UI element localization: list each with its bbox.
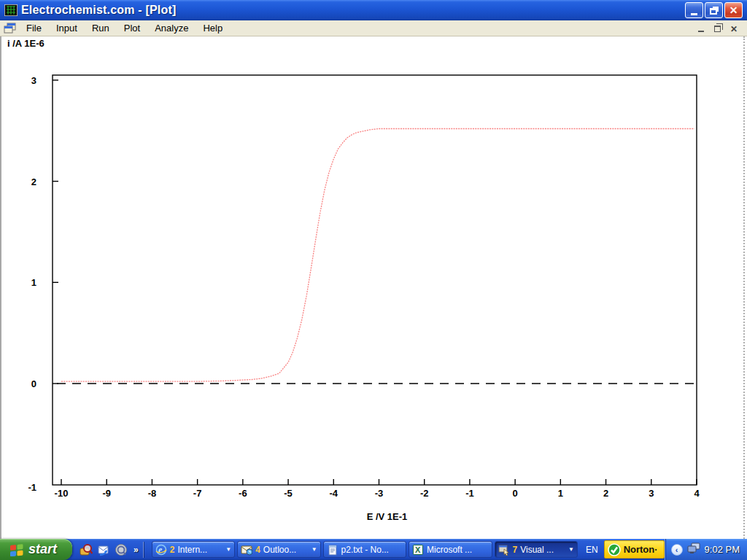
norton-badge[interactable]: Norton· <box>604 540 665 559</box>
minimize-button[interactable] <box>685 2 703 18</box>
window-title: Electrochemist.com - [Plot] <box>21 4 685 17</box>
x-tick-label: -3 <box>375 488 384 499</box>
menu-bar: FileInputRunPlotAnalyzeHelp ✕ <box>0 20 747 36</box>
y-tick-label: 2 <box>31 176 36 187</box>
svg-text:X: X <box>415 545 421 554</box>
x-axis-title: E /V 1E-1 <box>367 511 408 522</box>
media-player-icon[interactable] <box>115 543 128 556</box>
windows-flag-icon <box>9 543 24 556</box>
chevron-down-icon: ▼ <box>225 546 231 553</box>
excel-icon: X <box>412 544 424 556</box>
menu-item-run[interactable]: Run <box>86 21 115 35</box>
taskbar-separator <box>143 542 144 558</box>
y-axis-title: i /A 1E-6 <box>7 38 44 49</box>
client-right-edge <box>743 36 745 539</box>
taskbar: start <box>0 539 747 560</box>
taskbar-button-microsoft[interactable]: XMicrosoft ... <box>409 541 492 558</box>
start-label: start <box>28 542 63 557</box>
x-tick-label: -5 <box>284 488 293 499</box>
taskbar-button-p2-txt-no[interactable]: p2.txt - No... <box>323 541 406 558</box>
x-tick-label: 1 <box>558 488 563 499</box>
mdi-close-icon: ✕ <box>730 24 738 34</box>
x-tick-label: 0 <box>513 488 518 499</box>
x-tick-label: -4 <box>330 488 338 499</box>
chevron-down-icon: ▼ <box>568 546 574 553</box>
x-tick-label: 3 <box>649 488 654 499</box>
language-indicator[interactable]: EN <box>580 545 604 555</box>
x-tick-label: -6 <box>239 488 247 499</box>
internet-explorer-icon: e <box>155 544 167 556</box>
plot-frame <box>53 75 697 485</box>
taskbar-button-outloo[interactable]: 4Outloo...▼ <box>237 541 320 558</box>
chevron-down-icon: ▼ <box>311 546 317 553</box>
title-bar: Electrochemist.com - [Plot] ✕ <box>0 0 747 20</box>
y-tick-label: -1 <box>28 482 36 493</box>
x-tick-label: 4 <box>694 488 700 499</box>
taskbar-button-label: p2.txt - No... <box>341 545 403 555</box>
x-tick-label: -9 <box>102 488 111 499</box>
window-group-count: 4 <box>255 545 260 555</box>
y-tick-label: 0 <box>31 378 36 389</box>
quick-launch-bar: » <box>72 542 150 558</box>
mdi-restore-button[interactable] <box>712 23 724 34</box>
taskbar-button-intern[interactable]: e2Intern...▼ <box>152 541 235 558</box>
desktop-screen: Electrochemist.com - [Plot] ✕ FileInputR… <box>0 0 747 560</box>
voltammogram-chart: -10-9-8-7-6-5-4-3-2-101234-10123i /A 1E-… <box>1 36 747 539</box>
x-tick-label: -10 <box>55 488 69 499</box>
system-tray: ‹ 9:02 PM <box>665 539 747 560</box>
visual-basic-icon <box>498 544 510 556</box>
notepad-icon <box>327 544 338 556</box>
y-tick-label: 3 <box>31 75 36 86</box>
task-button-group: e2Intern...▼4Outloo...▼p2.txt - No...XMi… <box>150 541 580 558</box>
quick-launch-overflow-chevron[interactable]: » <box>133 545 139 555</box>
hide-tray-icons-chevron[interactable]: ‹ <box>671 544 683 556</box>
find-icon[interactable] <box>80 543 93 556</box>
outlook-express-icon[interactable] <box>97 543 110 556</box>
menu-items: FileInputRunPlotAnalyzeHelp <box>20 21 696 35</box>
x-tick-label: -8 <box>148 488 157 499</box>
norton-label: Norton· <box>624 544 658 555</box>
close-button[interactable]: ✕ <box>724 2 743 18</box>
voltammogram-curve <box>61 129 694 382</box>
mdi-child-icon[interactable] <box>4 23 16 34</box>
restore-button[interactable] <box>705 2 723 18</box>
x-tick-label: -7 <box>193 488 202 499</box>
mdi-minimize-button[interactable] <box>696 23 708 34</box>
taskbar-button-label: Microsoft ... <box>427 545 488 555</box>
y-tick-label: 1 <box>31 277 36 288</box>
taskbar-button-visual[interactable]: 7Visual ...▼ <box>495 541 578 558</box>
taskbar-button-label: Outloo... <box>263 545 309 555</box>
minimize-icon <box>691 13 697 15</box>
network-tray-icon[interactable] <box>687 542 700 557</box>
menu-item-plot[interactable]: Plot <box>118 21 146 35</box>
plot-client-area: -10-9-8-7-6-5-4-3-2-101234-10123i /A 1E-… <box>0 36 747 539</box>
taskbar-button-label: Intern... <box>177 545 222 555</box>
menu-item-help[interactable]: Help <box>197 21 228 35</box>
taskbar-clock: 9:02 PM <box>705 544 740 555</box>
menu-item-analyze[interactable]: Analyze <box>149 21 194 35</box>
start-button[interactable]: start <box>0 539 72 560</box>
norton-check-icon <box>608 543 621 556</box>
x-tick-label: -1 <box>465 488 474 499</box>
window-group-count: 7 <box>513 545 518 555</box>
svg-text:e: e <box>158 545 163 555</box>
window-group-count: 2 <box>170 545 175 555</box>
x-tick-label: -2 <box>420 488 429 499</box>
window-controls: ✕ <box>685 2 743 18</box>
menu-item-input[interactable]: Input <box>50 21 83 35</box>
taskbar-button-label: Visual ... <box>520 545 565 555</box>
close-icon: ✕ <box>729 5 738 15</box>
x-tick-label: 2 <box>603 488 608 499</box>
plot-app-icon <box>4 4 18 16</box>
mdi-close-button[interactable]: ✕ <box>728 23 740 34</box>
mdi-window-controls: ✕ <box>696 23 740 34</box>
outlook-icon <box>241 544 252 556</box>
menu-item-file[interactable]: File <box>20 21 47 35</box>
restore-icon <box>710 8 717 15</box>
